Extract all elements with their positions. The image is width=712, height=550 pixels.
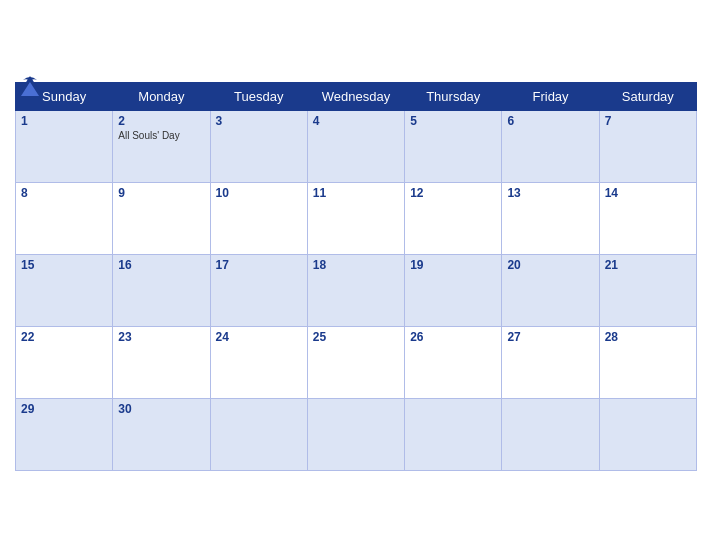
day-number: 21 [605,258,691,272]
day-cell [307,399,404,471]
day-number: 17 [216,258,302,272]
day-number: 2 [118,114,204,128]
logo-area [15,74,48,106]
day-number: 13 [507,186,593,200]
day-cell: 16 [113,255,210,327]
logo-icon [15,74,45,106]
day-number: 4 [313,114,399,128]
day-number: 27 [507,330,593,344]
day-cell: 24 [210,327,307,399]
day-number: 20 [507,258,593,272]
day-number: 30 [118,402,204,416]
day-cell: 9 [113,183,210,255]
day-cell: 26 [405,327,502,399]
day-cell: 6 [502,111,599,183]
day-cell: 4 [307,111,404,183]
day-cell: 2All Souls' Day [113,111,210,183]
day-cell: 18 [307,255,404,327]
weekday-header-thursday: Thursday [405,83,502,111]
day-number: 22 [21,330,107,344]
weekday-header-saturday: Saturday [599,83,696,111]
day-number: 25 [313,330,399,344]
day-cell: 12 [405,183,502,255]
day-cell: 3 [210,111,307,183]
day-number: 29 [21,402,107,416]
calendar-wrapper: SundayMondayTuesdayWednesdayThursdayFrid… [0,64,712,486]
day-cell: 7 [599,111,696,183]
day-number: 24 [216,330,302,344]
day-cell: 27 [502,327,599,399]
day-cell: 17 [210,255,307,327]
day-number: 15 [21,258,107,272]
day-cell: 5 [405,111,502,183]
day-number: 14 [605,186,691,200]
calendar-table: SundayMondayTuesdayWednesdayThursdayFrid… [15,82,697,471]
calendar-thead: SundayMondayTuesdayWednesdayThursdayFrid… [16,83,697,111]
day-cell: 23 [113,327,210,399]
day-number: 6 [507,114,593,128]
day-number: 3 [216,114,302,128]
day-cell: 11 [307,183,404,255]
day-cell [405,399,502,471]
day-cell: 25 [307,327,404,399]
day-cell: 10 [210,183,307,255]
day-cell: 1 [16,111,113,183]
weekday-header-monday: Monday [113,83,210,111]
weekday-header-tuesday: Tuesday [210,83,307,111]
day-number: 19 [410,258,496,272]
day-cell: 30 [113,399,210,471]
holiday-name: All Souls' Day [118,130,204,141]
week-row-3: 15161718192021 [16,255,697,327]
day-number: 10 [216,186,302,200]
week-row-5: 2930 [16,399,697,471]
day-cell: 28 [599,327,696,399]
day-cell [599,399,696,471]
weekday-header-wednesday: Wednesday [307,83,404,111]
day-number: 23 [118,330,204,344]
day-number: 8 [21,186,107,200]
day-number: 9 [118,186,204,200]
day-number: 16 [118,258,204,272]
day-cell [502,399,599,471]
day-number: 28 [605,330,691,344]
day-cell: 8 [16,183,113,255]
day-cell: 15 [16,255,113,327]
week-row-2: 891011121314 [16,183,697,255]
day-number: 18 [313,258,399,272]
week-row-4: 22232425262728 [16,327,697,399]
day-cell [210,399,307,471]
weekday-header-row: SundayMondayTuesdayWednesdayThursdayFrid… [16,83,697,111]
calendar-tbody: 12All Souls' Day345678910111213141516171… [16,111,697,471]
day-number: 11 [313,186,399,200]
day-cell: 21 [599,255,696,327]
day-cell: 19 [405,255,502,327]
day-number: 1 [21,114,107,128]
logo-inner [15,74,48,106]
day-cell: 14 [599,183,696,255]
day-cell: 13 [502,183,599,255]
day-number: 26 [410,330,496,344]
week-row-1: 12All Souls' Day34567 [16,111,697,183]
day-number: 5 [410,114,496,128]
day-number: 7 [605,114,691,128]
day-cell: 22 [16,327,113,399]
day-cell: 20 [502,255,599,327]
day-cell: 29 [16,399,113,471]
weekday-header-friday: Friday [502,83,599,111]
day-number: 12 [410,186,496,200]
